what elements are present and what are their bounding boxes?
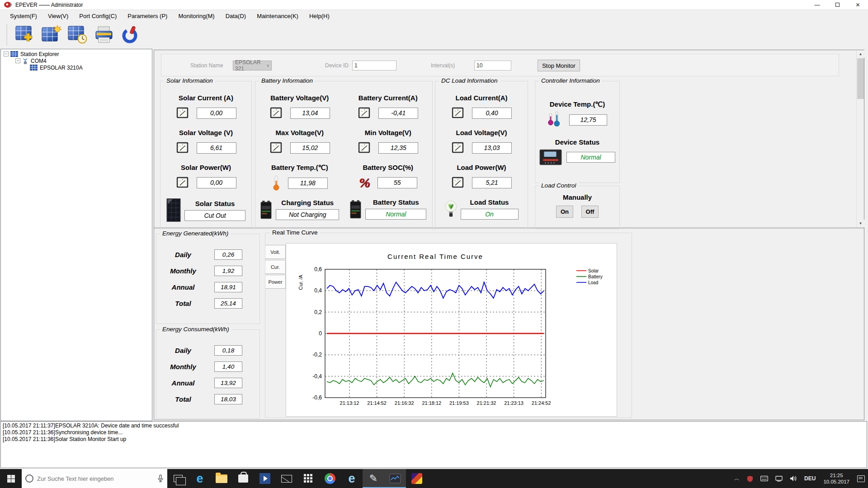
- taskbar-search[interactable]: [22, 469, 167, 488]
- load-voltage-value: 13,03: [472, 142, 512, 154]
- system-tray: ︿ DEU 21:25 10.05.2017: [731, 469, 868, 488]
- power-exit-button[interactable]: [119, 24, 141, 45]
- taskbar-mail[interactable]: [276, 469, 297, 488]
- solar-power-value: 0,00: [197, 177, 236, 188]
- taskbar-ie[interactable]: e: [341, 469, 363, 488]
- menu-data[interactable]: Data(D): [221, 11, 253, 21]
- tab-cur[interactable]: Cur.: [265, 260, 286, 274]
- menu-system[interactable]: System(F): [5, 11, 43, 21]
- energy-consumed-row: Total 18,03: [156, 394, 259, 404]
- svg-text:21:19:53: 21:19:53: [449, 400, 469, 406]
- taskbar-chrome[interactable]: [319, 469, 341, 488]
- station-schedule-button[interactable]: [67, 24, 89, 45]
- solar-current-label: Solar Current (A): [179, 94, 233, 102]
- svg-text:Load: Load: [588, 280, 598, 285]
- station-monitor-icon: [41, 25, 62, 44]
- curve-tab-strip: Volt. Cur. Power: [265, 245, 286, 290]
- energy-consumed-group: Energy Consumed(kWh) Daily 0,18 Monthly …: [156, 329, 260, 419]
- menu-view[interactable]: View(V): [43, 11, 75, 21]
- station-schedule-icon: [67, 25, 88, 44]
- svg-text:Battery: Battery: [588, 274, 603, 279]
- maximize-button[interactable]: [827, 0, 848, 9]
- svg-text:-0,6: -0,6: [312, 394, 322, 401]
- menu-parameters[interactable]: Parameters (P): [123, 11, 174, 21]
- close-button[interactable]: ✕: [848, 0, 868, 9]
- lightbulb-icon: [445, 200, 457, 219]
- solar-voltage-value: 6,61: [197, 142, 236, 154]
- start-button[interactable]: [0, 469, 22, 488]
- solar-status-value: Cut Out: [184, 210, 245, 221]
- max-voltage-label: Max Voltage(V): [276, 129, 324, 136]
- device-id-input[interactable]: [352, 61, 396, 70]
- load-on-button[interactable]: On: [556, 206, 573, 218]
- tree-item-com4[interactable]: − COM4: [4, 57, 152, 64]
- station-name-dropdown[interactable]: EPSOLAR 321 ∨: [233, 61, 272, 70]
- main-panel: Station Name EPSOLAR 321 ∨ Device ID Int…: [154, 50, 864, 420]
- tree-item-epsolar-3210a[interactable]: EPSOLAR 3210A: [4, 64, 152, 71]
- svg-text:0,6: 0,6: [314, 266, 322, 272]
- task-view-button[interactable]: [167, 469, 189, 488]
- notification-icon: [857, 475, 865, 482]
- menu-maintenance[interactable]: Maintenance(K): [252, 11, 305, 21]
- scrollbar-thumb[interactable]: [857, 58, 864, 99]
- taskbar-file-explorer[interactable]: [211, 469, 232, 488]
- monitor-scrollbar[interactable]: ▲ ▼: [856, 50, 864, 227]
- interval-input[interactable]: [474, 61, 511, 70]
- notification-center-button[interactable]: [854, 469, 868, 488]
- energy-row-value: 0,26: [214, 249, 242, 260]
- print-button[interactable]: [93, 24, 115, 45]
- tree-item-station-explorer[interactable]: − Station Explorer: [4, 51, 152, 57]
- energy-row-value: 18,91: [214, 282, 242, 292]
- taskbar-thermal-app[interactable]: [406, 469, 428, 488]
- solar-power-label: Solar Power(W): [181, 164, 231, 171]
- solar-panel-icon: [166, 198, 181, 222]
- controller-information-group: Controller Information Device Temp.(℃) 1…: [535, 81, 620, 183]
- menu-monitoring[interactable]: Monitoring(M): [174, 11, 221, 21]
- search-input[interactable]: [37, 475, 154, 482]
- load-voltage-label: Load Voltage(V): [456, 129, 507, 136]
- add-station-button[interactable]: [14, 24, 36, 45]
- energy-row-label: Total: [163, 395, 203, 403]
- battery-temp-value: 11,98: [288, 178, 328, 189]
- expander-icon[interactable]: −: [15, 58, 20, 63]
- internet-explorer-icon: e: [348, 473, 355, 485]
- station-monitor-button[interactable]: [41, 24, 62, 45]
- tray-language-indicator[interactable]: DEU: [801, 469, 819, 488]
- tray-antivirus-icon[interactable]: [744, 469, 756, 488]
- tray-time: 21:25: [830, 472, 843, 479]
- taskbar-solar-monitor-app[interactable]: [384, 469, 406, 488]
- taskbar-pen-app[interactable]: ✎: [363, 469, 384, 488]
- chrome-icon: [325, 473, 335, 484]
- energy-row-label: Annual: [163, 283, 203, 291]
- charging-status-label: Charging Status: [281, 199, 334, 206]
- menu-help[interactable]: Help(H): [305, 11, 336, 21]
- load-off-button[interactable]: Off: [581, 206, 599, 218]
- scroll-down-icon[interactable]: ▼: [857, 220, 864, 227]
- gauge-icon: [176, 141, 189, 155]
- log-line: [10.05.2017 21:11:37]EPSOLAR 3210A: Devi…: [3, 422, 865, 429]
- gauge-icon: [358, 141, 371, 155]
- solar-current-value: 0,00: [197, 108, 236, 119]
- station-name-label: Station Name: [190, 62, 223, 69]
- menu-port-config[interactable]: Port Config(C): [75, 11, 123, 21]
- monitor-section: Station Name EPSOLAR 321 ∨ Device ID Int…: [154, 50, 864, 229]
- minimize-button[interactable]: —: [807, 0, 827, 9]
- taskbar-movies[interactable]: [254, 469, 276, 488]
- tab-power[interactable]: Power: [265, 275, 286, 289]
- stop-monitor-button[interactable]: Stop Monitor: [538, 60, 580, 71]
- max-voltage-value: 15,02: [290, 142, 330, 154]
- tray-chevron-up-icon[interactable]: ︿: [731, 469, 743, 488]
- store-icon: [238, 474, 248, 483]
- energy-row-value: 0,18: [214, 345, 242, 356]
- taskbar-edge[interactable]: e: [189, 469, 211, 488]
- tray-volume-icon[interactable]: [787, 469, 800, 488]
- scroll-up-icon[interactable]: ▲: [857, 50, 864, 58]
- battery-information-group: Battery Information Battery Voltage(V) 1…: [255, 81, 433, 232]
- taskbar-store[interactable]: [232, 469, 254, 488]
- tab-volt[interactable]: Volt.: [265, 245, 286, 259]
- taskbar-apps[interactable]: [297, 469, 319, 488]
- tray-clock[interactable]: 21:25 10.05.2017: [820, 472, 853, 485]
- expander-icon[interactable]: −: [4, 52, 9, 56]
- tray-network-icon[interactable]: [772, 469, 786, 488]
- tray-keyboard-icon[interactable]: [757, 469, 771, 488]
